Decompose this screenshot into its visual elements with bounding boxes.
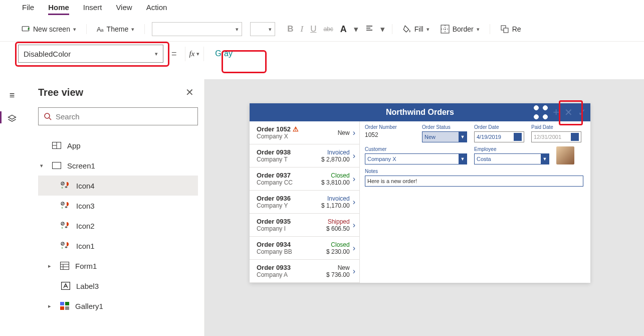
order-list-item[interactable]: Order 1052⚠Company XNew› [250,121,359,144]
employee-select[interactable]: Costa▼ [474,153,549,164]
reorder-label: Re [512,25,521,33]
order-number-value: 1052 [365,131,415,138]
calendar-icon [514,133,522,141]
tree-node-icon1[interactable]: + Icon1 [38,236,198,256]
chevron-down-icon: ▾ [131,26,134,33]
strikethrough-button[interactable]: abc [323,26,333,33]
tree-label: Label3 [76,282,99,290]
font-color-button[interactable]: A [340,24,347,35]
font-name-select[interactable]: ▾ [152,22,242,36]
caret-right-icon: ▸ [48,263,54,269]
underline-button[interactable]: U [310,24,316,34]
svg-rect-14 [53,162,61,169]
tree-label: Icon3 [76,202,95,210]
employee-value: Costa [477,156,491,162]
fx-button[interactable]: fx ▾ [185,47,204,61]
svg-rect-8 [504,28,508,33]
tree-node-label[interactable]: Label3 [38,276,198,296]
tree-label: Screen1 [67,161,95,170]
chevron-down-icon: ▾ [233,26,242,33]
order-date-input[interactable]: 4/19/2019 [474,131,524,142]
canvas: Northwind Orders + ✕ ✓ Order 1052⚠Compan… [204,79,644,336]
menu-view[interactable]: View [116,3,132,15]
reorder-button[interactable]: Re [497,23,524,36]
border-button[interactable]: Border ▾ [438,23,483,36]
order-list-item[interactable]: Order 0935Company IShipped$ 606.50› [250,214,359,237]
paid-date-input[interactable]: 12/31/2001 [531,131,581,142]
edit-icon[interactable] [534,105,548,119]
icon-control-icon: + [60,221,71,230]
add-icon[interactable]: + [553,106,559,119]
svg-rect-31 [65,306,69,310]
property-select[interactable]: DisabledColor ▾ [18,45,163,63]
save-icon[interactable]: ✓ [578,106,586,118]
svg-line-10 [49,118,51,120]
new-screen-button[interactable]: New screen ▾ [18,23,79,36]
chevron-down-icon: ▾ [477,26,480,33]
calendar-icon [571,133,579,141]
svg-rect-29 [65,302,69,305]
bold-button[interactable]: B [287,24,293,34]
chevron-right-icon: › [353,244,355,253]
search-input[interactable] [38,107,198,125]
order-status-select[interactable]: New▼ [422,131,467,142]
formula-input[interactable]: Gray [210,46,238,61]
tree-node-icon2[interactable]: + Icon2 [38,216,198,236]
chevron-right-icon: › [353,267,355,276]
chevron-down-icon: ▾ [73,26,76,33]
order-status-label: Order Status [422,124,467,130]
caret-down-icon: ▾ [40,162,46,169]
order-list-item[interactable]: Order 0938Company TInvoiced$ 2,870.00› [250,144,359,167]
hamburger-icon[interactable]: ≡ [10,90,15,101]
order-list-item[interactable]: Order 0933Company ANew$ 736.00› [250,260,359,283]
fx-icon: fx [189,50,195,58]
font-size-select[interactable]: ▾ [250,22,275,36]
italic-button[interactable]: I [300,24,303,34]
menu-insert[interactable]: Insert [83,3,102,15]
toolbar: New screen ▾ Aa Theme ▾ ▾ ▾ B I U abc A▾… [0,18,644,42]
order-status-value: New [424,134,436,140]
tree-node-icon3[interactable]: + Icon3 [38,196,198,216]
tree-node-icon4[interactable]: + Icon4 [38,176,198,196]
new-screen-label: New screen [33,25,70,33]
search-field[interactable] [56,112,192,121]
reorder-icon [500,25,509,34]
chevron-down-icon: ▼ [459,132,467,142]
icon-control-icon: + [60,241,71,250]
order-list-item[interactable]: Order 0934Company BBClosed$ 230.00› [250,237,359,260]
chevron-right-icon: › [353,175,355,184]
tree-node-form[interactable]: ▸ Form1 [38,256,198,276]
icon-control-icon: + [60,181,71,190]
cancel-icon[interactable]: ✕ [564,106,573,118]
align-button[interactable] [365,24,373,35]
menu-file[interactable]: File [22,3,34,15]
tree-view-icon[interactable] [7,114,17,124]
menu-action[interactable]: Action [146,3,167,15]
close-icon[interactable]: ✕ [185,86,194,98]
tree-node-app[interactable]: App [38,135,198,155]
border-icon [441,25,450,34]
tree-node-gallery[interactable]: ▸ Gallery1 [38,296,198,316]
tree-label: Gallery1 [75,302,103,310]
order-date-label: Order Date [474,124,524,130]
fill-button[interactable]: Fill ▾ [399,23,433,36]
order-list-item[interactable]: Order 0937Company CCClosed$ 3,810.00› [250,167,359,191]
warning-icon: ⚠ [293,125,299,133]
tree-node-screen[interactable]: ▾ Screen1 [38,155,198,176]
chevron-right-icon: › [353,128,355,137]
order-date-value: 4/19/2019 [477,134,501,140]
customer-label: Customer [365,146,467,152]
paid-date-value: 12/31/2001 [534,134,561,140]
notes-input[interactable]: Here is a new order! [365,176,583,187]
equals-sign: = [171,49,177,59]
theme-button[interactable]: Aa Theme ▾ [94,23,137,35]
employee-label: Employee [474,146,549,152]
customer-select[interactable]: Company X▼ [365,153,467,164]
format-buttons: B I U abc A▾ ▾ [287,24,385,35]
form-icon [59,261,70,270]
order-list-item[interactable]: Order 0936Company YInvoiced$ 1,170.00› [250,191,359,214]
employee-avatar [556,146,574,164]
menu-home[interactable]: Home [48,3,69,15]
tree-label: App [67,141,81,150]
chevron-down-icon: ▾ [266,26,275,33]
